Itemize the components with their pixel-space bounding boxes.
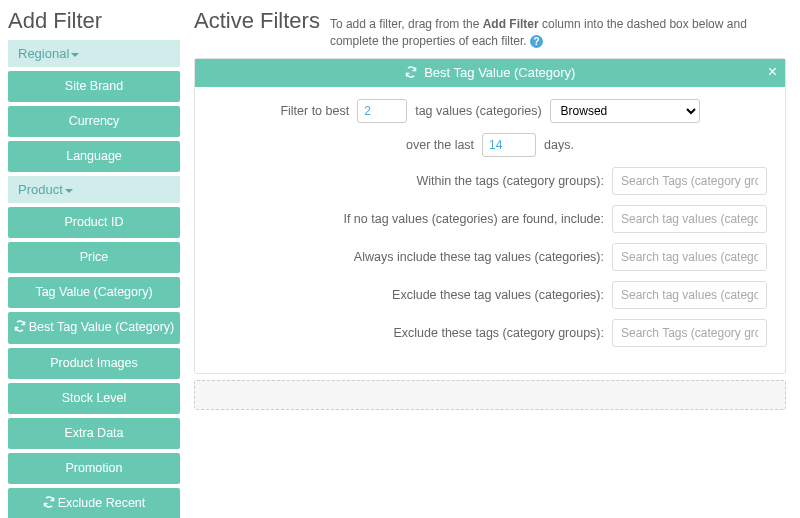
filter-item-label: Extra Data [64, 426, 123, 440]
best-count-input[interactable] [357, 99, 407, 123]
filter-dropzone[interactable] [194, 380, 786, 410]
label-tag-values: tag values (categories) [415, 104, 541, 118]
label-fallback-include: If no tag values (categories) are found,… [343, 212, 604, 226]
chevron-down-icon [71, 53, 79, 57]
desc-bold: Add Filter [483, 17, 539, 31]
filter-item-language[interactable]: Language [8, 141, 180, 172]
active-filters-main: Active Filters To add a filter, drag fro… [186, 0, 800, 518]
filter-item-label: Product ID [64, 215, 123, 229]
form-row-within-tags: Within the tags (category groups): [213, 167, 767, 195]
form-row-days: over the last days. [213, 133, 767, 157]
always-include-input[interactable] [612, 243, 767, 271]
filter-item-product-images[interactable]: Product Images [8, 348, 180, 379]
fallback-include-input[interactable] [612, 205, 767, 233]
filter-item-label: Site Brand [65, 79, 123, 93]
filter-item-exclude-recent[interactable]: Exclude Recent [8, 488, 180, 518]
add-filter-sidebar: Add Filter Regional Site Brand Currency … [0, 0, 186, 518]
filter-item-label: Exclude Recent [58, 496, 146, 510]
refresh-icon [405, 66, 417, 81]
label-days: days. [544, 138, 574, 152]
card-body: Filter to best tag values (categories) B… [195, 87, 785, 373]
page-description: To add a filter, drag from the Add Filte… [330, 16, 786, 50]
filter-item-extra-data[interactable]: Extra Data [8, 418, 180, 449]
form-row-exclude-values: Exclude these tag values (categories): [213, 281, 767, 309]
exclude-tags-input[interactable] [612, 319, 767, 347]
filter-item-label: Price [80, 250, 108, 264]
filter-item-best-tag-value[interactable]: Best Tag Value (Category) [8, 312, 180, 344]
section-header-product[interactable]: Product [8, 176, 180, 203]
form-row-best-count: Filter to best tag values (categories) B… [213, 99, 767, 123]
filter-item-label: Tag Value (Category) [35, 285, 152, 299]
filter-item-site-brand[interactable]: Site Brand [8, 71, 180, 102]
label-filter-to-best: Filter to best [280, 104, 349, 118]
refresh-icon [14, 320, 26, 336]
filter-item-price[interactable]: Price [8, 242, 180, 273]
section-label: Regional [18, 46, 69, 61]
main-header: Active Filters To add a filter, drag fro… [194, 8, 786, 50]
section-header-regional[interactable]: Regional [8, 40, 180, 67]
filter-item-currency[interactable]: Currency [8, 106, 180, 137]
label-within-tags: Within the tags (category groups): [416, 174, 604, 188]
exclude-values-input[interactable] [612, 281, 767, 309]
close-icon[interactable]: × [768, 63, 777, 81]
filter-card-best-tag-value: Best Tag Value (Category) × Filter to be… [194, 58, 786, 374]
form-row-always-include: Always include these tag values (categor… [213, 243, 767, 271]
filter-item-promotion[interactable]: Promotion [8, 453, 180, 484]
within-tags-input[interactable] [612, 167, 767, 195]
filter-item-stock-level[interactable]: Stock Level [8, 383, 180, 414]
filter-item-product-id[interactable]: Product ID [8, 207, 180, 238]
behavior-select[interactable]: Browsed [550, 99, 700, 123]
page-title: Active Filters [194, 8, 320, 34]
refresh-icon [43, 496, 55, 512]
section-label: Product [18, 182, 63, 197]
days-input[interactable] [482, 133, 536, 157]
filter-item-label: Best Tag Value (Category) [29, 320, 174, 334]
label-over-last: over the last [406, 138, 474, 152]
filter-item-label: Promotion [66, 461, 123, 475]
card-title: Best Tag Value (Category) [424, 65, 575, 80]
card-header[interactable]: Best Tag Value (Category) × [195, 59, 785, 87]
label-exclude-tags: Exclude these tags (category groups): [393, 326, 604, 340]
desc-text: To add a filter, drag from the [330, 17, 483, 31]
sidebar-title: Add Filter [8, 8, 180, 34]
filter-item-label: Currency [69, 114, 120, 128]
form-row-exclude-tags: Exclude these tags (category groups): [213, 319, 767, 347]
filter-item-label: Stock Level [62, 391, 127, 405]
label-exclude-values: Exclude these tag values (categories): [392, 288, 604, 302]
filter-item-label: Product Images [50, 356, 138, 370]
chevron-down-icon [65, 189, 73, 193]
form-row-fallback-include: If no tag values (categories) are found,… [213, 205, 767, 233]
filter-item-tag-value[interactable]: Tag Value (Category) [8, 277, 180, 308]
label-always-include: Always include these tag values (categor… [354, 250, 604, 264]
help-icon[interactable]: ? [530, 35, 543, 48]
filter-item-label: Language [66, 149, 122, 163]
